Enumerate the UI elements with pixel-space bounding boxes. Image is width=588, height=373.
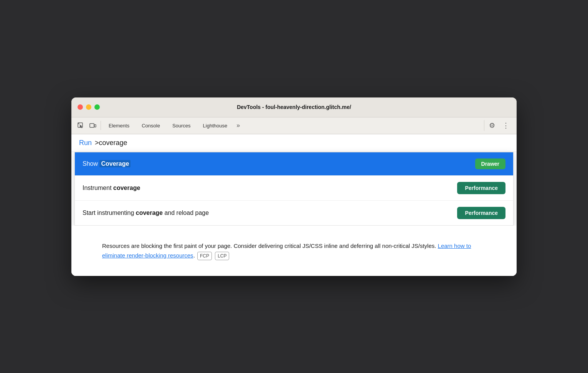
content-text-before-link: Resources are blocking the first paint o…	[102, 243, 438, 249]
titlebar: DevTools - foul-heavenly-direction.glitc…	[71, 97, 517, 117]
more-tabs-button[interactable]: »	[233, 122, 243, 129]
toolbar-right-divider	[484, 120, 484, 131]
command-dropdown: Show Coverage Drawer Instrument coverage…	[74, 152, 514, 226]
command-input[interactable]	[95, 139, 509, 147]
toolbar-right-actions: ⚙ ⋮	[486, 119, 514, 132]
minimize-button[interactable]	[86, 104, 91, 110]
item-suffix-3: and reload page	[163, 210, 209, 216]
lcp-badge: LCP	[215, 252, 229, 260]
fcp-badge: FCP	[197, 252, 212, 260]
svg-rect-2	[90, 124, 94, 127]
command-bar: Run	[71, 134, 517, 152]
devtools-toolbar: Elements Console Sources Lighthouse » ⚙ …	[71, 117, 517, 134]
toolbar-separator	[101, 121, 101, 130]
item-bold-2: coverage	[113, 185, 140, 191]
dropdown-item-start-instrumenting[interactable]: Start instrumenting coverage and reload …	[75, 201, 513, 225]
settings-button[interactable]: ⚙	[486, 119, 498, 132]
dropdown-item-text-1: Show Coverage	[83, 160, 475, 167]
run-label: Run	[79, 139, 92, 147]
window-title: DevTools - foul-heavenly-direction.glitc…	[237, 104, 351, 110]
device-icon	[89, 122, 96, 129]
svg-rect-3	[94, 125, 96, 127]
item-prefix-2: Instrument	[83, 185, 113, 191]
main-content: Resources are blocking the first paint o…	[71, 226, 517, 276]
tab-elements[interactable]: Elements	[102, 117, 135, 134]
item-bold-3: coverage	[136, 210, 163, 216]
content-paragraph: Resources are blocking the first paint o…	[102, 241, 486, 261]
performance-badge-2[interactable]: Performance	[457, 207, 505, 219]
dropdown-item-instrument-coverage[interactable]: Instrument coverage Performance	[75, 176, 513, 201]
item-highlight-1: Coverage	[99, 160, 130, 167]
inspect-element-button[interactable]	[74, 119, 87, 132]
drawer-badge-button[interactable]: Drawer	[475, 158, 505, 169]
dropdown-item-text-2: Instrument coverage	[83, 185, 457, 191]
close-button[interactable]	[78, 104, 83, 110]
item-prefix-1: Show	[83, 160, 99, 167]
more-options-button[interactable]: ⋮	[500, 119, 512, 132]
devtools-body: Run Show Coverage Drawer Instrument cove…	[71, 134, 517, 276]
cursor-icon	[77, 122, 84, 129]
tab-sources[interactable]: Sources	[166, 117, 197, 134]
device-toggle-button[interactable]	[87, 119, 99, 132]
traffic-lights	[78, 104, 100, 110]
performance-badge-1[interactable]: Performance	[457, 182, 505, 194]
content-period: .	[193, 252, 197, 259]
dropdown-item-show-coverage[interactable]: Show Coverage Drawer	[75, 152, 513, 176]
tab-lighthouse[interactable]: Lighthouse	[197, 117, 234, 134]
tab-console[interactable]: Console	[135, 117, 166, 134]
devtools-window: DevTools - foul-heavenly-direction.glitc…	[71, 97, 517, 276]
dropdown-item-text-3: Start instrumenting coverage and reload …	[83, 210, 457, 216]
maximize-button[interactable]	[94, 104, 100, 110]
toolbar-tabs: Elements Console Sources Lighthouse »	[102, 117, 482, 134]
item-prefix-3: Start instrumenting	[83, 210, 136, 216]
